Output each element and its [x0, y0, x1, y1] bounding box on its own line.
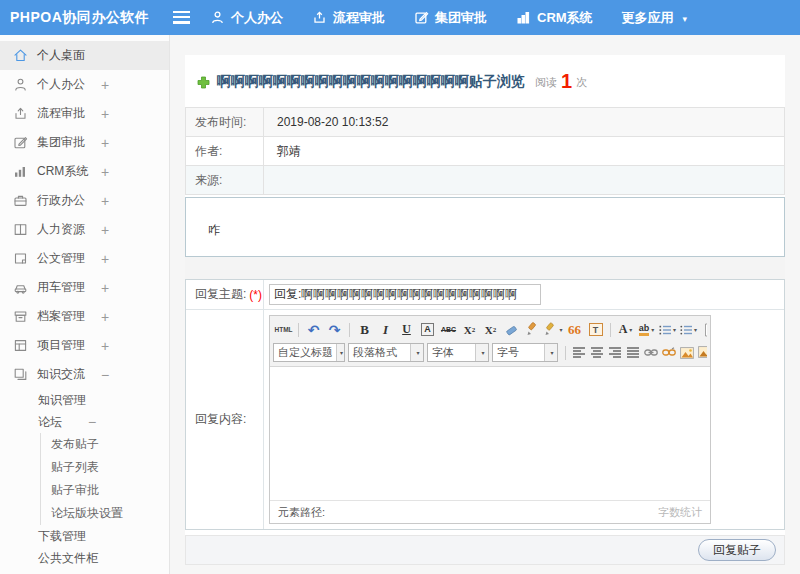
- workflow-icon: [312, 10, 327, 25]
- upload-image-button[interactable]: [697, 344, 707, 362]
- blank-page-button[interactable]: [700, 320, 707, 339]
- italic-button[interactable]: I: [376, 320, 395, 339]
- html-source-button[interactable]: HTML: [274, 320, 293, 339]
- subscript-button[interactable]: X2: [481, 320, 500, 339]
- home-icon: [13, 48, 28, 63]
- sidebar-item-knowledge-exchange[interactable]: 知识交流 −: [0, 360, 169, 389]
- strikethrough-button[interactable]: ABC: [439, 320, 458, 339]
- nav-group-approval[interactable]: 集团审批: [414, 9, 487, 27]
- source-label: 来源:: [186, 166, 264, 195]
- heading-select[interactable]: 自定义标题▾: [273, 343, 345, 362]
- app-logo: PHPOA协同办公软件: [10, 0, 149, 35]
- font-size-select[interactable]: 字号▾: [492, 343, 558, 362]
- font-family-select[interactable]: 字体▾: [427, 343, 489, 362]
- sidebar-item-vehicle-management[interactable]: 用车管理 +: [0, 273, 169, 302]
- blockquote-button[interactable]: 66: [565, 320, 584, 339]
- briefcase-icon: [13, 193, 28, 208]
- nav-crm-system[interactable]: CRM系统: [516, 9, 593, 27]
- bold-button[interactable]: B: [355, 320, 374, 339]
- template-button[interactable]: T: [586, 320, 605, 339]
- reply-subject-cell: [264, 280, 784, 309]
- sidebar: 个人桌面 个人办公 + 流程审批 + 集团审批 + CRM系统 + 行政办公 +…: [0, 35, 170, 574]
- reply-subject-label-cell: 回复主题: (*): [186, 280, 264, 309]
- ordered-list-button[interactable]: ▾: [658, 320, 677, 339]
- remove-link-button[interactable]: [661, 344, 677, 362]
- hamburger-menu-button[interactable]: [173, 11, 190, 24]
- main-content: 啊啊啊啊啊啊啊啊啊啊啊啊啊啊啊啊啊啊贴子浏览 阅读 1 次 发布时间: 2019…: [170, 35, 800, 574]
- chevron-down-icon: ▾: [544, 344, 557, 361]
- form-action-bar: 回复贴子: [185, 535, 785, 565]
- project-icon: [13, 338, 28, 353]
- insert-image-button[interactable]: [679, 344, 695, 362]
- quick-format-brush-button[interactable]: ▾: [544, 320, 563, 339]
- redo-button[interactable]: ↷: [325, 320, 344, 339]
- sidebar-item-archive-management[interactable]: 档案管理 +: [0, 302, 169, 331]
- highlight-color-button[interactable]: ab▾: [637, 320, 656, 339]
- book-icon: [13, 222, 28, 237]
- reply-content-label-cell: 回复内容:: [186, 310, 264, 529]
- word-count-label: 字数统计: [658, 505, 702, 520]
- sidebar-item-human-resources[interactable]: 人力资源 +: [0, 215, 169, 244]
- sidebar-item-document-management[interactable]: 公文管理 +: [0, 244, 169, 273]
- sidebar-item-admin-office[interactable]: 行政办公 +: [0, 186, 169, 215]
- source-value: [264, 166, 785, 195]
- reply-subject-input[interactable]: [269, 284, 541, 305]
- plus-icon: [197, 76, 210, 89]
- nav-workflow-approval[interactable]: 流程审批: [312, 9, 385, 27]
- post-view-panel: 啊啊啊啊啊啊啊啊啊啊啊啊啊啊啊啊啊啊贴子浏览 阅读 1 次 发布时间: 2019…: [185, 55, 785, 565]
- sidebar-item-personal-office[interactable]: 个人办公 +: [0, 70, 169, 99]
- post-content-text: 咋: [208, 222, 220, 239]
- undo-button[interactable]: ↶: [304, 320, 323, 339]
- font-color-button[interactable]: A▾: [616, 320, 635, 339]
- chevron-down-icon: ▾: [410, 344, 423, 361]
- align-justify-button[interactable]: [625, 344, 641, 362]
- publish-time-value: 2019-08-20 10:13:52: [264, 108, 785, 137]
- align-right-button[interactable]: [607, 344, 623, 362]
- underline-button[interactable]: U: [397, 320, 416, 339]
- editor-body[interactable]: [270, 367, 710, 500]
- group-approval-icon: [414, 10, 429, 25]
- table-row: 作者: 郭靖: [186, 137, 785, 166]
- align-left-button[interactable]: [571, 344, 587, 362]
- sidebar-item-topic-list[interactable]: 贴子列表: [41, 456, 169, 479]
- boxed-text-button[interactable]: A: [418, 320, 437, 339]
- sidebar-item-project-management[interactable]: 项目管理 +: [0, 331, 169, 360]
- sidebar-item-workflow-approval[interactable]: 流程审批 +: [0, 99, 169, 128]
- topbar: PHPOA协同办公软件 个人办公 流程审批 集团审批 CRM系统 更多应用 ▾: [0, 0, 800, 35]
- sidebar-item-download-management[interactable]: 下载管理: [0, 525, 169, 547]
- unordered-list-button[interactable]: ▾: [679, 320, 698, 339]
- format-painter-brush-icon[interactable]: [523, 320, 542, 339]
- sidebar-item-forum-board-settings[interactable]: 论坛版块设置: [41, 502, 169, 525]
- nav-personal-office[interactable]: 个人办公: [210, 9, 283, 27]
- chart-icon: [13, 164, 28, 179]
- read-count: 1: [561, 71, 572, 91]
- paragraph-format-select[interactable]: 段落格式▾: [348, 343, 424, 362]
- post-content-box: 咋: [185, 197, 785, 257]
- caret-down-icon[interactable]: ▾: [683, 14, 688, 24]
- reply-content-row: 回复内容: HTML ↶ ↷ B I: [186, 310, 784, 529]
- insert-link-button[interactable]: [643, 344, 659, 362]
- toolbar-separator: [565, 346, 566, 360]
- archive-icon: [13, 309, 28, 324]
- editor-toolbar: HTML ↶ ↷ B I U A ABC X2: [270, 316, 710, 367]
- remove-format-eraser-button[interactable]: [502, 320, 521, 339]
- nav-more-apps[interactable]: 更多应用: [622, 9, 674, 27]
- sidebar-item-knowledge-management[interactable]: 知识管理: [0, 389, 169, 411]
- sidebar-item-crm-system[interactable]: CRM系统 +: [0, 157, 169, 186]
- chevron-down-icon: ▾: [475, 344, 488, 361]
- sidebar-item-personal-desktop[interactable]: 个人桌面: [0, 41, 169, 70]
- superscript-button[interactable]: X2: [460, 320, 479, 339]
- sidebar-item-group-approval[interactable]: 集团审批 +: [0, 128, 169, 157]
- sidebar-item-post-topic[interactable]: 发布贴子: [41, 433, 169, 456]
- toolbar-separator: [349, 323, 350, 337]
- reply-submit-button[interactable]: 回复贴子: [698, 539, 776, 561]
- reply-form: 回复主题: (*) 回复内容: HTML: [185, 279, 785, 530]
- sidebar-item-topic-approval[interactable]: 贴子审批: [41, 479, 169, 502]
- layers-icon: [13, 367, 28, 382]
- sidebar-item-forum[interactable]: 论坛 −: [0, 411, 169, 433]
- sidebar-item-public-file-cabinet[interactable]: 公共文件柜: [0, 547, 169, 569]
- table-row: 发布时间: 2019-08-20 10:13:52: [186, 108, 785, 137]
- toolbar-separator: [298, 323, 299, 337]
- align-center-button[interactable]: [589, 344, 605, 362]
- chevron-down-icon: ▾: [336, 344, 344, 361]
